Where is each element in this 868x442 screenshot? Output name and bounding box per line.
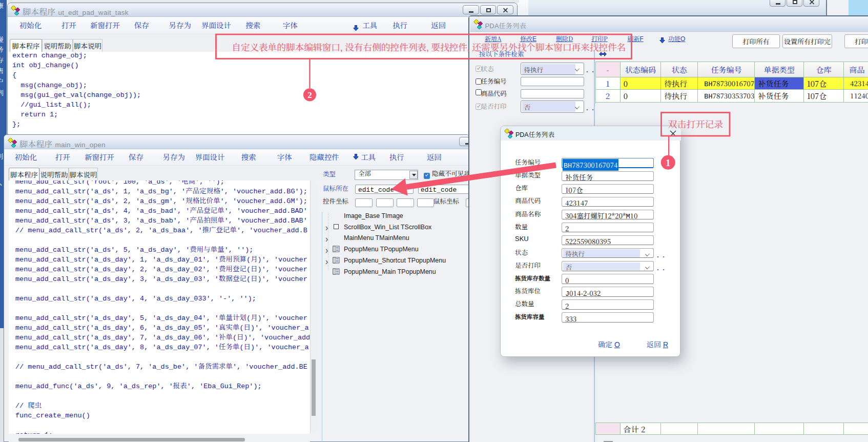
svg-text:双击打开记录: 双击打开记录: [668, 117, 724, 130]
svg-text:自定义表单的脚本编辑窗口, 没有右侧的控件列表, 要找控件,: 自定义表单的脚本编辑窗口, 没有右侧的控件列表, 要找控件, 还需要另外找个脚本…: [232, 40, 626, 53]
svg-text:2: 2: [307, 90, 312, 100]
svg-text:1: 1: [666, 158, 670, 168]
